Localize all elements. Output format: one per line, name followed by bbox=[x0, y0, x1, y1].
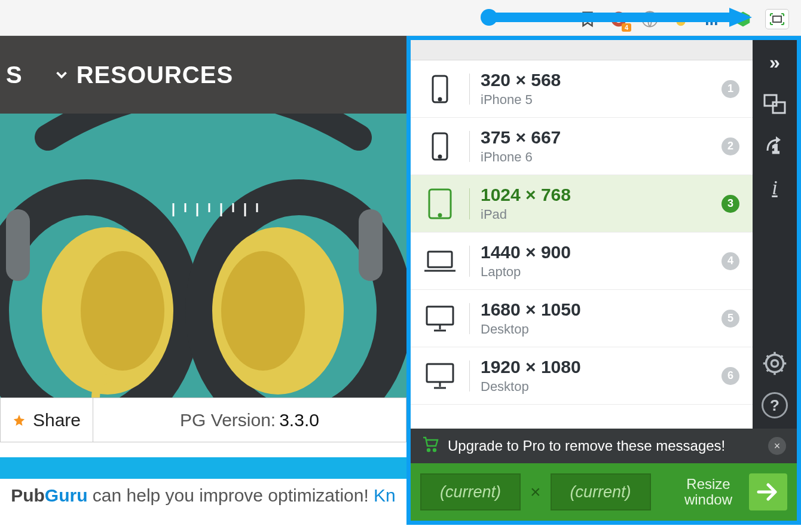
preset-list: 320 × 568 iPhone 5 1 375 × 667 iPhone 6 … bbox=[411, 40, 753, 429]
rotate-tool-icon[interactable]: 1 bbox=[758, 127, 791, 164]
preset-dimensions: 1440 × 900 bbox=[481, 242, 711, 262]
accent-strip bbox=[0, 457, 406, 479]
dimension-x: × bbox=[530, 482, 541, 502]
svg-point-1 bbox=[615, 16, 623, 23]
window-resizer-extension-button[interactable] bbox=[765, 9, 789, 29]
preset-dimensions: 1920 × 1080 bbox=[481, 357, 711, 377]
version-label: PG Version: 3.3.0 bbox=[93, 398, 406, 442]
footer-promo: PubGuru can help you improve optimizatio… bbox=[0, 485, 406, 506]
chevron-down-icon bbox=[53, 66, 71, 84]
footer-link[interactable]: Kn bbox=[374, 485, 396, 505]
preset-number: 6 bbox=[721, 367, 739, 385]
preset-number: 4 bbox=[721, 252, 739, 270]
svg-rect-35 bbox=[428, 252, 452, 267]
star-icon bbox=[13, 411, 26, 429]
globe-icon[interactable] bbox=[641, 10, 659, 28]
preset-desktop-1680[interactable]: 1680 × 1050 Desktop 5 bbox=[411, 290, 753, 347]
svg-point-19 bbox=[221, 251, 305, 371]
preset-dimensions: 320 × 568 bbox=[481, 70, 711, 90]
preset-label: iPhone 5 bbox=[481, 92, 711, 108]
svg-point-30 bbox=[439, 98, 441, 100]
preset-laptop[interactable]: 1440 × 900 Laptop 4 bbox=[411, 233, 753, 290]
desktop-icon bbox=[421, 304, 458, 333]
preset-desktop-1920[interactable]: 1920 × 1080 Desktop 6 bbox=[411, 347, 753, 405]
resize-bar: (current) × (current) Resize window bbox=[411, 463, 797, 521]
share-label: Share bbox=[33, 410, 81, 430]
extension-icon-hex[interactable] bbox=[734, 10, 752, 28]
extension-badge: 4 bbox=[622, 23, 631, 32]
preset-iphone5[interactable]: 320 × 568 iPhone 5 1 bbox=[411, 60, 753, 118]
svg-text:1: 1 bbox=[772, 142, 779, 155]
svg-rect-5 bbox=[711, 15, 713, 26]
svg-point-49 bbox=[433, 449, 436, 451]
svg-rect-37 bbox=[427, 307, 453, 325]
svg-point-15 bbox=[81, 251, 164, 371]
svg-point-34 bbox=[439, 214, 441, 216]
phone-icon bbox=[421, 74, 458, 104]
extension-icon-1[interactable]: 4 bbox=[610, 10, 628, 28]
preset-label: iPhone 6 bbox=[481, 149, 711, 165]
preset-label: Laptop bbox=[481, 264, 711, 280]
expand-icon[interactable]: » bbox=[758, 44, 791, 81]
share-version-bar: Share PG Version: 3.3.0 bbox=[0, 398, 406, 442]
svg-rect-44 bbox=[773, 102, 785, 113]
desktop-icon bbox=[421, 362, 458, 390]
layout-tool-icon[interactable] bbox=[758, 85, 791, 123]
preset-dimensions: 1680 × 1050 bbox=[481, 299, 711, 320]
share-button[interactable]: Share bbox=[1, 398, 93, 442]
bookmark-icon[interactable] bbox=[579, 10, 597, 28]
svg-point-32 bbox=[439, 155, 441, 158]
close-icon[interactable]: × bbox=[768, 437, 786, 455]
preset-number: 2 bbox=[721, 137, 739, 155]
preset-number: 1 bbox=[721, 80, 739, 98]
version-number: 3.3.0 bbox=[279, 410, 319, 430]
popup-side-toolbar: » 1 i ? bbox=[753, 40, 797, 429]
preset-label: Desktop bbox=[481, 379, 711, 395]
svg-rect-6 bbox=[715, 17, 717, 25]
upgrade-banner: Upgrade to Pro to remove these messages!… bbox=[411, 429, 797, 463]
cart-icon bbox=[421, 436, 439, 456]
preset-label: Desktop bbox=[481, 322, 711, 337]
width-input[interactable]: (current) bbox=[420, 473, 521, 510]
tablet-icon bbox=[421, 188, 458, 220]
settings-icon[interactable] bbox=[758, 345, 791, 382]
preset-number: 3 bbox=[721, 195, 739, 213]
window-resizer-popup: 320 × 568 iPhone 5 1 375 × 667 iPhone 6 … bbox=[406, 36, 801, 525]
info-tool-icon[interactable]: i bbox=[758, 169, 791, 206]
svg-rect-8 bbox=[773, 16, 781, 22]
svg-point-46 bbox=[771, 360, 778, 366]
popup-header-strip bbox=[411, 40, 753, 60]
laptop-icon bbox=[421, 249, 458, 273]
preset-iphone6[interactable]: 375 × 667 iPhone 6 2 bbox=[411, 118, 753, 175]
svg-rect-4 bbox=[706, 19, 708, 25]
svg-point-3 bbox=[677, 17, 686, 26]
svg-rect-40 bbox=[427, 364, 453, 382]
svg-marker-7 bbox=[736, 12, 750, 27]
nav-item-truncated[interactable]: S bbox=[6, 62, 23, 88]
browser-toolbar: 4 bbox=[0, 0, 801, 36]
hero-image bbox=[0, 114, 406, 398]
height-input[interactable]: (current) bbox=[551, 473, 651, 510]
nav-resources[interactable]: RESOURCES bbox=[77, 62, 233, 88]
preset-dimensions: 1024 × 768 bbox=[481, 185, 711, 205]
help-icon[interactable]: ? bbox=[758, 387, 791, 424]
preset-dimensions: 375 × 667 bbox=[481, 127, 711, 148]
preset-ipad[interactable]: 1024 × 768 iPad 3 bbox=[411, 175, 753, 233]
phone-icon bbox=[421, 132, 458, 161]
preset-label: iPad bbox=[481, 207, 711, 222]
svg-rect-20 bbox=[359, 209, 383, 281]
resize-go-button[interactable] bbox=[749, 473, 787, 510]
extension-icon-bars[interactable] bbox=[703, 10, 721, 28]
upgrade-text: Upgrade to Pro to remove these messages! bbox=[448, 438, 725, 454]
extension-icon-dot[interactable] bbox=[672, 10, 690, 28]
preset-number: 5 bbox=[721, 310, 739, 328]
resize-window-label: Resize window bbox=[684, 476, 732, 508]
svg-rect-43 bbox=[765, 95, 776, 106]
svg-point-48 bbox=[427, 449, 430, 451]
svg-rect-16 bbox=[6, 209, 30, 281]
